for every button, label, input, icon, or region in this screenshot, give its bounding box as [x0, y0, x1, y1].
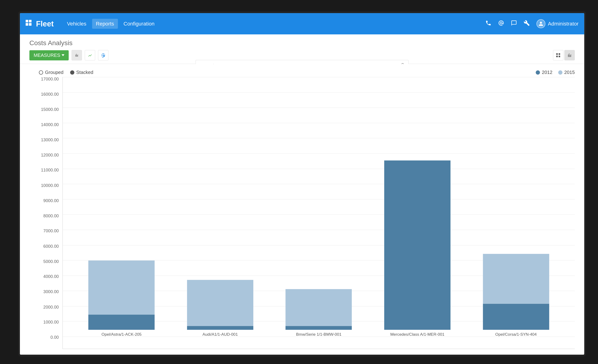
app-frame: Fleet Vehicles Reports Configuration	[18, 11, 586, 356]
bar-segment	[89, 315, 155, 330]
svg-rect-2	[25, 23, 28, 25]
legend-right: 2012 2015	[536, 70, 575, 75]
bar-segment	[483, 254, 549, 304]
bar-group: Opel/Corsa/1-SYN-404	[483, 254, 549, 337]
bar-label: Audi/A1/1-AUD-001	[203, 332, 238, 337]
nav-brand: Fleet	[36, 19, 54, 28]
bar-segment	[384, 161, 450, 330]
y-axis-label: 16000.00	[39, 92, 63, 96]
bar-stack[interactable]	[384, 161, 450, 330]
pie-chart-button[interactable]	[98, 50, 108, 60]
y-axis-label: 3000.00	[39, 290, 63, 294]
series-dot-2015	[558, 70, 562, 74]
bar-stack[interactable]	[286, 289, 352, 330]
bar-stack[interactable]	[187, 280, 253, 330]
legend-2012: 2012	[536, 70, 552, 75]
bar-group: Audi/A1/1-AUD-001	[187, 280, 253, 337]
y-axis-label: 10000.00	[39, 183, 63, 188]
bar-segment	[89, 261, 155, 315]
stacked-dot	[70, 70, 74, 74]
bar-group: Bmw/Serie 1/1-BMW-001	[286, 289, 352, 337]
y-axis-label: 7000.00	[39, 229, 63, 233]
y-axis-label: 11000.00	[39, 168, 63, 172]
y-axis-label: 13000.00	[39, 138, 63, 142]
svg-rect-0	[25, 20, 28, 22]
svg-rect-1	[29, 20, 32, 22]
toolbar-right	[553, 50, 575, 60]
bar-group: Mercedes/Class A/1-MER-001	[384, 161, 450, 337]
pivot-view-button[interactable]	[553, 50, 563, 60]
bar-label: Bmw/Serie 1/1-BMW-001	[296, 332, 342, 337]
legend-left: Grouped Stacked	[39, 70, 93, 75]
bars-area: Opel/Astra/1-ACK-205Audi/A1/1-AUD-001Bmw…	[63, 77, 575, 337]
nav-user[interactable]: Administrator	[536, 19, 579, 28]
legend-grouped[interactable]: Grouped	[39, 70, 63, 75]
y-axis-label: 14000.00	[39, 122, 63, 127]
y-axis-label: 1000.00	[39, 320, 63, 324]
nav-menu: Vehicles Reports Configuration	[63, 19, 485, 29]
grouped-label: Grouped	[45, 70, 63, 75]
grouped-dot	[39, 70, 43, 74]
bar-label: Mercedes/Class A/1-MER-001	[390, 332, 444, 337]
phone-icon[interactable]	[485, 20, 491, 27]
measures-caret	[62, 54, 64, 56]
svg-rect-3	[29, 23, 32, 25]
chart-container: Grouped Stacked 2012 2015	[20, 64, 584, 354]
y-axis-label: 4000.00	[39, 275, 63, 279]
legend-2015: 2015	[558, 70, 575, 75]
measures-button[interactable]: MEASURES	[30, 50, 69, 60]
chart-plot: Opel/Astra/1-ACK-205Audi/A1/1-AUD-001Bmw…	[63, 77, 575, 349]
nav-right: Administrator	[485, 19, 579, 28]
series-label-2012: 2012	[542, 70, 552, 75]
bar-segment	[286, 289, 352, 326]
bar-stack[interactable]	[89, 261, 155, 330]
y-axis-label: 6000.00	[39, 244, 63, 248]
y-axis-label: 5000.00	[39, 259, 63, 263]
series-label-2015: 2015	[564, 70, 575, 75]
page-title: Costs Analysis	[30, 39, 575, 47]
y-axis-label: 0.00	[39, 335, 63, 340]
page-header: Costs Analysis MEASURES	[20, 34, 584, 64]
chart-area: 0.001000.002000.003000.004000.005000.006…	[39, 77, 575, 349]
y-axis-label: 17000.00	[39, 77, 63, 81]
chat-icon[interactable]	[511, 20, 517, 27]
line-chart-button[interactable]	[85, 50, 95, 60]
y-axis-label: 12000.00	[39, 153, 63, 157]
y-axis-label: 8000.00	[39, 214, 63, 218]
bar-chart-button[interactable]	[72, 50, 82, 60]
wrench-icon[interactable]	[524, 20, 530, 27]
apps-icon[interactable]	[25, 20, 32, 28]
y-axis: 0.001000.002000.003000.004000.005000.006…	[39, 77, 63, 349]
legend-stacked[interactable]: Stacked	[70, 70, 93, 75]
nav-item-vehicles[interactable]: Vehicles	[63, 19, 90, 29]
bar-segment	[483, 304, 549, 330]
bar-label: Opel/Astra/1-ACK-205	[102, 332, 142, 337]
page-content: Costs Analysis MEASURES	[20, 34, 584, 355]
bar-segment	[187, 326, 253, 330]
bar-group: Opel/Astra/1-ACK-205	[89, 261, 155, 337]
chart-legend: Grouped Stacked 2012 2015	[39, 70, 575, 75]
stacked-label: Stacked	[76, 70, 93, 75]
top-nav: Fleet Vehicles Reports Configuration	[20, 13, 584, 34]
graph-view-button[interactable]	[564, 50, 575, 60]
nav-item-reports[interactable]: Reports	[92, 19, 118, 29]
y-axis-label: 15000.00	[39, 107, 63, 112]
y-axis-label: 9000.00	[39, 199, 63, 203]
at-icon[interactable]	[498, 20, 504, 27]
user-avatar	[536, 19, 545, 28]
bar-label: Opel/Corsa/1-SYN-404	[495, 332, 537, 337]
bar-segment	[286, 326, 352, 330]
series-dot-2012	[536, 70, 540, 74]
y-axis-label: 2000.00	[39, 305, 63, 309]
bar-stack[interactable]	[483, 254, 549, 330]
measures-label: MEASURES	[34, 52, 60, 58]
user-name: Administrator	[548, 21, 579, 27]
bar-segment	[187, 280, 253, 326]
nav-item-configuration[interactable]: Configuration	[120, 19, 158, 29]
